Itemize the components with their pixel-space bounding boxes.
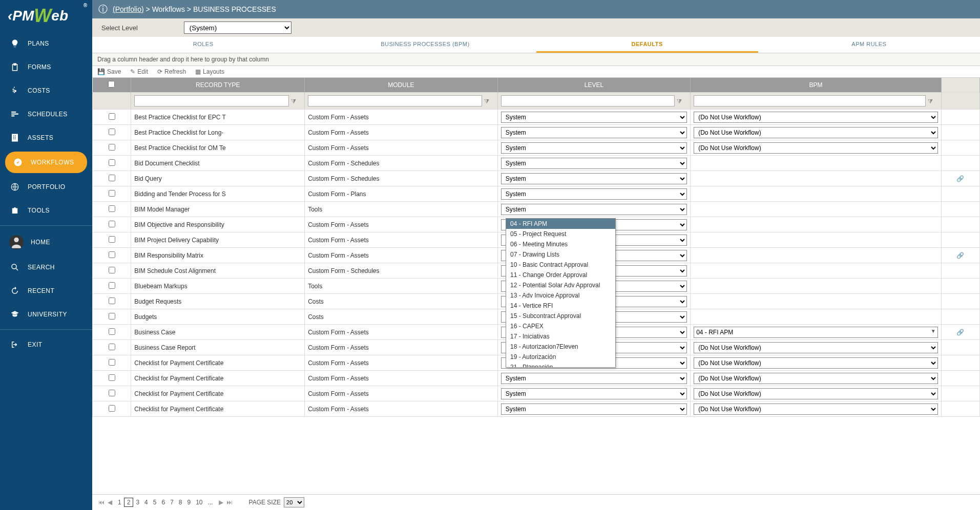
- level-select[interactable]: System: [501, 373, 687, 384]
- level-select[interactable]: System: [501, 173, 687, 184]
- row-checkbox[interactable]: [109, 267, 115, 273]
- row-checkbox[interactable]: [109, 144, 115, 151]
- header-bpm[interactable]: BPM: [691, 78, 941, 93]
- header-checkbox[interactable]: [93, 78, 131, 93]
- level-select[interactable]: System: [501, 142, 687, 154]
- header-record[interactable]: RECORD TYPE: [131, 78, 305, 93]
- dropdown-item[interactable]: 14 - Vertice RFI: [506, 301, 615, 311]
- row-checkbox[interactable]: [109, 205, 115, 212]
- sidebar-item-schedules[interactable]: SCHEDULES: [0, 102, 92, 126]
- pager-page[interactable]: 2: [124, 498, 134, 507]
- tab-defaults[interactable]: DEFAULTS: [536, 37, 758, 53]
- dropdown-item[interactable]: 16 - CAPEX: [506, 321, 615, 331]
- row-checkbox[interactable]: [109, 313, 115, 320]
- pager-page[interactable]: 5: [151, 498, 159, 506]
- row-checkbox[interactable]: [109, 175, 115, 181]
- filter-module[interactable]: [308, 95, 482, 107]
- dropdown-item[interactable]: 06 - Meeting Minutes: [506, 239, 615, 249]
- dropdown-item[interactable]: 21 - Planeación: [506, 362, 615, 367]
- sidebar-item-search[interactable]: SEARCH: [0, 256, 92, 279]
- pager-page[interactable]: 9: [185, 498, 194, 506]
- bpm-select[interactable]: (Do Not Use Workflow): [694, 388, 937, 399]
- header-level[interactable]: LEVEL: [497, 78, 691, 93]
- pager-page[interactable]: 10: [193, 498, 205, 506]
- row-checkbox[interactable]: [109, 251, 115, 258]
- level-select[interactable]: System: [501, 188, 687, 200]
- sidebar-item-assets[interactable]: ASSETS: [0, 126, 92, 150]
- row-checkbox[interactable]: [109, 298, 115, 304]
- filter-bpm[interactable]: [694, 95, 925, 107]
- pager-page[interactable]: 4: [142, 498, 151, 506]
- level-select[interactable]: (System): [184, 22, 291, 34]
- row-checkbox[interactable]: [109, 221, 115, 227]
- filter-icon[interactable]: ⧩: [675, 98, 684, 105]
- edit-button[interactable]: ✎Edit: [130, 68, 148, 75]
- filter-level[interactable]: [501, 95, 675, 107]
- info-icon[interactable]: ⓘ: [98, 3, 108, 15]
- dropdown-item[interactable]: 05 - Project Request: [506, 229, 615, 239]
- bpm-select[interactable]: (Do Not Use Workflow): [694, 373, 937, 384]
- save-button[interactable]: 💾Save: [97, 68, 121, 75]
- dropdown-item[interactable]: 07 - Drawing Lists: [506, 249, 615, 260]
- row-checkbox[interactable]: [109, 190, 115, 197]
- dropdown-item[interactable]: 11 - Change Order Approval: [506, 270, 615, 280]
- pager-first[interactable]: ⏮: [98, 499, 105, 506]
- filter-record[interactable]: [134, 95, 289, 107]
- row-checkbox[interactable]: [109, 374, 115, 381]
- bpm-input[interactable]: [694, 327, 937, 338]
- link-icon[interactable]: 🔗: [956, 252, 964, 259]
- sidebar-item-costs[interactable]: COSTS: [0, 79, 92, 102]
- sidebar-item-tools[interactable]: TOOLS: [0, 199, 92, 222]
- page-size[interactable]: 20: [284, 497, 304, 507]
- sidebar-item-workflows[interactable]: WORKFLOWS: [5, 152, 87, 173]
- bpm-select[interactable]: (Do Not Use Workflow): [694, 342, 937, 353]
- breadcrumb-root[interactable]: (Portfolio): [113, 5, 144, 13]
- row-checkbox[interactable]: [109, 159, 115, 166]
- sidebar-item-recent[interactable]: RECENT: [0, 279, 92, 303]
- row-checkbox[interactable]: [109, 359, 115, 366]
- link-icon[interactable]: 🔗: [956, 329, 964, 336]
- dropdown-item[interactable]: 19 - Autorización: [506, 352, 615, 362]
- row-checkbox[interactable]: [109, 129, 115, 135]
- level-select[interactable]: System: [501, 127, 687, 138]
- sidebar-item-portfolio[interactable]: PORTFOLIO: [0, 175, 92, 199]
- layouts-button[interactable]: ▦Layouts: [195, 68, 224, 75]
- pager-page[interactable]: 7: [168, 498, 176, 506]
- pager-page[interactable]: 6: [159, 498, 168, 506]
- filter-icon[interactable]: ⧩: [926, 98, 935, 105]
- bpm-select[interactable]: (Do Not Use Workflow): [694, 403, 937, 415]
- filter-icon[interactable]: ⧩: [482, 98, 491, 105]
- pager-prev[interactable]: ◀: [108, 499, 112, 506]
- pager-page[interactable]: 1: [115, 498, 124, 506]
- dropdown-item[interactable]: 04 - RFI APM: [506, 219, 615, 229]
- sidebar-item-university[interactable]: UNIVERSITY: [0, 303, 92, 326]
- bpm-select[interactable]: (Do Not Use Workflow): [694, 142, 937, 154]
- dropdown-item[interactable]: 15 - Subcontract Approval: [506, 311, 615, 321]
- bpm-select[interactable]: (Do Not Use Workflow): [694, 357, 937, 369]
- pager-page[interactable]: ...: [205, 498, 216, 506]
- row-checkbox[interactable]: [109, 405, 115, 412]
- level-select[interactable]: System: [501, 204, 687, 215]
- row-checkbox[interactable]: [109, 236, 115, 243]
- bpm-select[interactable]: (Do Not Use Workflow): [694, 112, 937, 123]
- dropdown-item[interactable]: 10 - Basic Contract Approval: [506, 260, 615, 270]
- sidebar-item-plans[interactable]: PLANS: [0, 32, 92, 55]
- bpm-dropdown[interactable]: 04 - RFI APM05 - Project Request06 - Mee…: [506, 218, 616, 368]
- row-checkbox[interactable]: [109, 113, 115, 120]
- dropdown-item[interactable]: 17 - Iniciativas: [506, 331, 615, 342]
- dropdown-item[interactable]: 12 - Potential Solar Adv Approval: [506, 280, 615, 290]
- header-module[interactable]: MODULE: [305, 78, 498, 93]
- pager-page[interactable]: 8: [176, 498, 185, 506]
- refresh-button[interactable]: ⟳Refresh: [157, 68, 186, 75]
- tab-roles[interactable]: ROLES: [92, 37, 314, 53]
- dropdown-item[interactable]: 13 - Adv Invoice Approval: [506, 290, 615, 301]
- sidebar-item-home[interactable]: HOME: [0, 229, 92, 256]
- row-checkbox[interactable]: [109, 328, 115, 335]
- tab-apm-rules[interactable]: APM RULES: [758, 37, 980, 53]
- pager-next[interactable]: ▶: [219, 499, 223, 506]
- filter-icon[interactable]: ⧩: [289, 98, 298, 105]
- pager-last[interactable]: ⏭: [226, 499, 233, 506]
- link-icon[interactable]: 🔗: [956, 175, 964, 182]
- row-checkbox[interactable]: [109, 282, 115, 289]
- row-checkbox[interactable]: [109, 344, 115, 350]
